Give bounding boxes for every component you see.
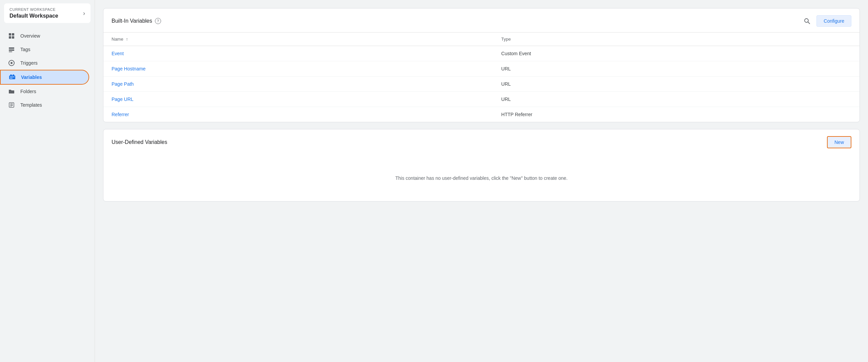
svg-rect-6 [9, 51, 12, 52]
svg-rect-2 [9, 36, 11, 39]
built-in-variables-section: Built-In Variables ? Configure Name [103, 8, 860, 122]
svg-point-8 [11, 62, 13, 64]
variable-type-cell: URL [493, 92, 860, 107]
variable-name-cell: Referrer [103, 107, 493, 122]
name-column-header: Name ↑ [103, 33, 493, 46]
variables-icon [9, 74, 16, 81]
user-defined-header: User-Defined Variables New [103, 129, 860, 155]
variable-name-link[interactable]: Referrer [112, 112, 129, 117]
variable-name-cell: Page Hostname [103, 61, 493, 77]
main-content: Built-In Variables ? Configure Name [95, 0, 868, 362]
sort-icon: ↑ [126, 37, 128, 42]
chevron-right-icon: › [83, 10, 85, 17]
built-in-header-actions: Configure [802, 15, 851, 27]
table-row: Page URLURL [103, 92, 860, 107]
user-defined-variables-section: User-Defined Variables New This containe… [103, 129, 860, 201]
configure-button[interactable]: Configure [816, 15, 851, 27]
sidebar-item-triggers[interactable]: Triggers [0, 56, 89, 70]
sidebar-item-variables[interactable]: Variables [0, 70, 89, 85]
variable-name-link[interactable]: Event [112, 51, 124, 56]
svg-point-18 [805, 19, 808, 22]
sidebar-item-overview[interactable]: Overview [0, 29, 89, 43]
built-in-variables-table: Name ↑ Type EventCustom EventPage Hostna… [103, 32, 860, 122]
folders-icon [8, 88, 15, 95]
variable-type-cell: URL [493, 77, 860, 92]
svg-rect-4 [9, 47, 14, 49]
sidebar-item-folders[interactable]: Folders [0, 85, 89, 98]
search-button[interactable] [802, 16, 812, 26]
built-in-variables-header: Built-In Variables ? Configure [103, 8, 860, 32]
variable-name-cell: Page Path [103, 77, 493, 92]
triggers-label: Triggers [20, 60, 38, 66]
help-icon[interactable]: ? [155, 18, 161, 24]
variables-label: Variables [21, 74, 42, 80]
workspace-label: CURRENT WORKSPACE [9, 7, 58, 12]
built-in-table-body: EventCustom EventPage HostnameURLPage Pa… [103, 46, 860, 122]
table-header: Name ↑ Type [103, 33, 860, 46]
variable-type-cell: Custom Event [493, 46, 860, 61]
workspace-selector[interactable]: CURRENT WORKSPACE Default Workspace › [4, 3, 91, 23]
svg-rect-3 [12, 36, 14, 39]
table-row: EventCustom Event [103, 46, 860, 61]
svg-rect-13 [10, 78, 13, 79]
sidebar-item-templates[interactable]: Templates [0, 98, 89, 112]
workspace-name: Default Workspace [9, 13, 58, 19]
templates-label: Templates [20, 102, 42, 108]
variable-name-cell: Page URL [103, 92, 493, 107]
type-column-header: Type [493, 33, 860, 46]
variable-name-link[interactable]: Page Path [112, 81, 134, 87]
overview-label: Overview [20, 33, 40, 39]
sidebar: CURRENT WORKSPACE Default Workspace › Ov… [0, 0, 95, 362]
overview-icon [8, 33, 15, 39]
triggers-icon [8, 60, 15, 66]
built-in-variables-title: Built-In Variables ? [112, 18, 161, 24]
sidebar-nav: Overview Tags Triggers [0, 26, 95, 114]
tags-icon [8, 46, 15, 53]
variable-name-link[interactable]: Page Hostname [112, 66, 145, 71]
svg-rect-12 [10, 77, 15, 77]
variable-name-link[interactable]: Page URL [112, 97, 134, 102]
table-row: ReferrerHTTP Referrer [103, 107, 860, 122]
variable-name-cell: Event [103, 46, 493, 61]
svg-rect-1 [12, 33, 14, 36]
svg-line-19 [808, 22, 810, 24]
svg-rect-16 [10, 105, 13, 106]
svg-rect-0 [9, 33, 11, 36]
svg-rect-9 [9, 76, 15, 79]
new-button[interactable]: New [827, 136, 851, 148]
templates-icon [8, 102, 15, 108]
svg-rect-11 [13, 74, 14, 76]
user-defined-title: User-Defined Variables [112, 139, 167, 145]
table-row: Page HostnameURL [103, 61, 860, 77]
svg-rect-5 [9, 49, 14, 51]
empty-message: This container has no user-defined varia… [103, 155, 860, 201]
variable-type-cell: HTTP Referrer [493, 107, 860, 122]
svg-rect-10 [10, 74, 12, 76]
svg-rect-17 [10, 106, 12, 107]
svg-rect-15 [10, 104, 13, 104]
sidebar-item-tags[interactable]: Tags [0, 43, 89, 56]
folders-label: Folders [20, 89, 36, 94]
variable-type-cell: URL [493, 61, 860, 77]
tags-label: Tags [20, 47, 31, 52]
table-row: Page PathURL [103, 77, 860, 92]
